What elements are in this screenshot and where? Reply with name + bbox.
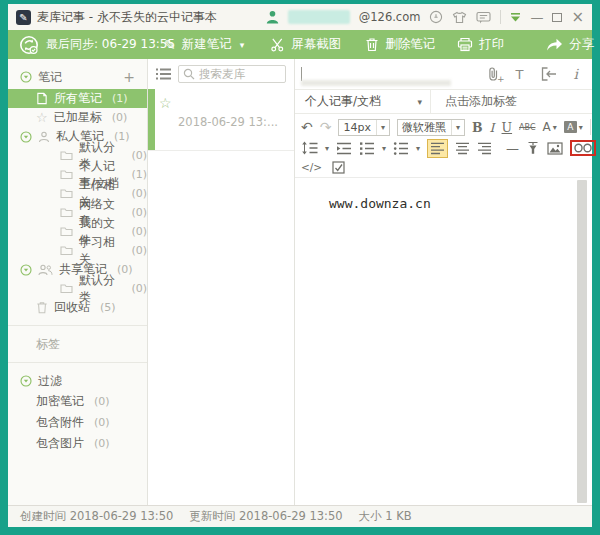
align-center-button[interactable] — [455, 142, 470, 155]
titlebar: ✎ 麦库记事 - 永不丢失的云中记事本 @126.com — × — [8, 4, 592, 30]
item-count: (1) — [112, 92, 128, 105]
undo-icon[interactable]: ↶ — [301, 120, 313, 134]
underline-button[interactable]: U — [502, 120, 513, 135]
sidebar-folder-web-articles[interactable]: 网络文章 (0) — [8, 203, 147, 222]
collapse-toolbar-icon[interactable] — [510, 13, 521, 22]
insert-image-button[interactable] — [547, 142, 563, 155]
sync-status[interactable]: 最后同步: 06-29 13:55 — [18, 34, 144, 56]
horizontal-rule-button[interactable]: — — [506, 142, 519, 155]
clear-format-button[interactable] — [526, 141, 540, 155]
new-note-button[interactable]: ✎ 新建笔记 ▾ — [164, 36, 244, 53]
sidebar-section-tags[interactable]: 标签 — [8, 334, 147, 354]
note-content-area[interactable]: www.downza.cn — [295, 178, 592, 505]
folder-icon — [60, 245, 73, 256]
sidebar-folder-default[interactable]: 默认分类 (0) — [8, 146, 147, 165]
sidebar-section-notes[interactable]: 笔记 + — [8, 65, 147, 89]
divider — [8, 362, 147, 363]
italic-button[interactable]: I — [490, 120, 495, 135]
sidebar-folder-shared-default[interactable]: 默认分类 (0) — [8, 279, 147, 298]
redo-icon[interactable]: ↷ — [320, 120, 332, 134]
sidebar-filter-images[interactable]: 包含图片 (0) — [8, 433, 147, 454]
screenshot-label: 屏幕截图 — [291, 36, 341, 53]
sidebar-folder-study[interactable]: 学习相关 (0) — [8, 241, 147, 260]
window-frame: ✎ 麦库记事 - 永不丢失的云中记事本 @126.com — × — [0, 0, 600, 535]
sidebar-item-all-notes[interactable]: 所有笔记 (1) — [8, 89, 147, 108]
sidebar-item-shared-notes[interactable]: 共享笔记 (0) — [8, 260, 147, 279]
bold-button[interactable]: B — [472, 120, 483, 135]
attachment-icon[interactable]: + — [487, 66, 499, 82]
chevron-down-icon[interactable]: ▾ — [382, 144, 386, 153]
skin-icon[interactable] — [452, 11, 467, 24]
todo-checkbox-button[interactable] — [332, 161, 345, 174]
sidebar-section-filter[interactable]: 过滤 — [8, 371, 147, 391]
add-tag-field[interactable]: 点击添加标签 — [431, 93, 517, 110]
star-icon[interactable]: ☆ — [159, 95, 172, 111]
sidebar-item-starred[interactable]: ☆ 已加星标 (0) — [8, 108, 147, 127]
item-count: (1) — [131, 168, 147, 181]
sidebar-filter-encrypted[interactable]: 加密笔记 (0) — [8, 391, 147, 412]
expander-icon[interactable] — [20, 375, 32, 387]
line-height-button[interactable] — [301, 141, 318, 155]
chevron-down-icon: ▾ — [451, 120, 460, 135]
note-list-panel: ☆ 2018-06-29 13:... — [148, 59, 295, 505]
sidebar-filter-attachments[interactable]: 包含附件 (0) — [8, 412, 147, 433]
note-title-row[interactable]: + T i — [295, 59, 592, 89]
expander-icon[interactable] — [20, 131, 32, 143]
share-label: 分享 — [569, 36, 594, 53]
font-size-select[interactable]: 14px ▾ — [338, 119, 390, 136]
code-view-button[interactable]: </> — [301, 161, 322, 173]
sidebar-folder-my-files[interactable]: 我的文件 (0) — [8, 222, 147, 241]
feedback-icon[interactable] — [476, 11, 491, 24]
align-right-button[interactable] — [477, 142, 492, 155]
strikethrough-button[interactable]: ABC — [519, 123, 535, 132]
share-button[interactable]: 分享 ▾ — [546, 36, 600, 53]
people-icon — [38, 264, 53, 276]
chevron-down-icon[interactable]: ▾ — [240, 40, 245, 50]
sync-label: 最后同步: 06-29 13:55 — [46, 36, 175, 53]
screenshot-button[interactable]: 屏幕截图 — [270, 36, 341, 53]
blurred-email — [288, 10, 350, 24]
scrollbar[interactable] — [577, 180, 587, 503]
note-list-item[interactable]: ☆ 2018-06-29 13:... — [148, 89, 294, 151]
chevron-down-icon[interactable]: ▾ — [325, 144, 329, 153]
chevron-down-icon: ▾ — [376, 120, 385, 135]
indent-button[interactable] — [336, 142, 352, 155]
updated-time: 更新时间 2018-06-29 13:50 — [189, 509, 342, 524]
highlight-letter: A — [564, 121, 577, 133]
editor-panel: + T i 个人记事/文档 ▾ 点击添加标签 — [295, 59, 592, 505]
note-size: 大小 1 KB — [359, 509, 412, 524]
text-style-icon[interactable]: T — [516, 67, 524, 82]
export-icon[interactable] — [541, 67, 557, 81]
sidebar-folder-personal-docs[interactable]: 个人记事/文档 (1) — [8, 165, 147, 184]
expander-icon[interactable] — [20, 71, 32, 83]
maximize-button[interactable] — [552, 13, 562, 22]
lock-icon[interactable] — [429, 10, 443, 24]
sidebar-item-private-notes[interactable]: 私人笔记 (1) — [8, 127, 147, 146]
chevron-down-icon[interactable]: ▾ — [416, 144, 420, 153]
info-icon[interactable]: i — [574, 66, 578, 82]
search-input[interactable] — [199, 67, 279, 81]
minimize-button[interactable]: — — [530, 11, 543, 24]
font-family-value: 微软雅黑 — [402, 120, 446, 135]
note-date: 2018-06-29 13:... — [178, 115, 278, 129]
ordered-list-button[interactable] — [359, 142, 375, 155]
font-color-button[interactable]: A ▾ — [542, 120, 556, 134]
insert-link-button-highlighted[interactable] — [570, 140, 596, 156]
search-box[interactable] — [178, 65, 286, 83]
font-family-select[interactable]: 微软雅黑 ▾ — [397, 119, 465, 136]
divider — [500, 10, 501, 24]
add-notebook-button[interactable]: + — [123, 69, 135, 85]
highlight-color-button[interactable]: A ▾ — [564, 121, 583, 133]
sidebar-item-recycle-bin[interactable]: 回收站 (5) — [8, 298, 147, 317]
delete-note-button[interactable]: 删除笔记 — [365, 36, 435, 53]
sidebar-folder-work[interactable]: 工作相关 (0) — [8, 184, 147, 203]
expander-icon[interactable] — [20, 264, 32, 276]
close-button[interactable]: × — [571, 10, 584, 25]
category-dropdown[interactable]: 个人记事/文档 ▾ — [295, 93, 430, 110]
bullet-list-button[interactable] — [393, 142, 409, 155]
print-label: 打印 — [479, 36, 504, 53]
align-left-button[interactable] — [427, 139, 448, 158]
statusbar: 创建时间 2018-06-29 13:50 更新时间 2018-06-29 13… — [8, 505, 592, 527]
list-view-icon[interactable] — [156, 68, 171, 80]
print-button[interactable]: 打印 — [457, 36, 504, 53]
